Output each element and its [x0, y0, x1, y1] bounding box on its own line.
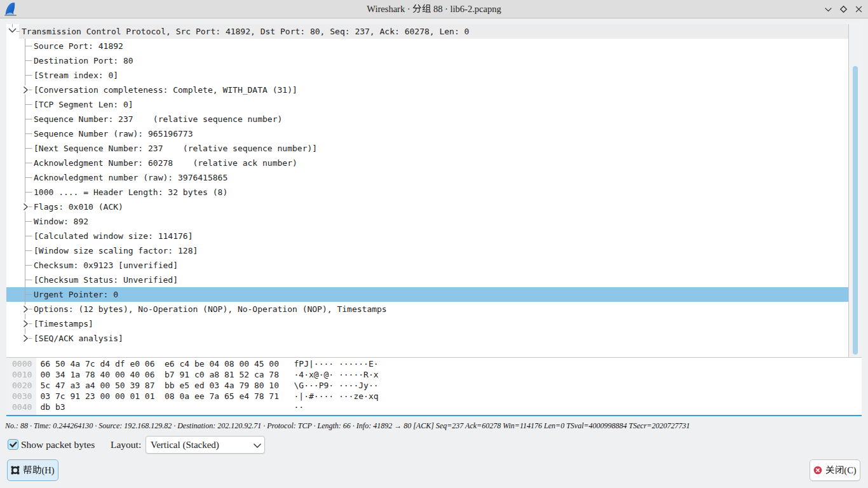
layout-select-value: Vertical (Stacked) [151, 437, 219, 453]
hex-ascii: ·4·x@·@· ·····R·x [294, 369, 379, 380]
tree-guide-lines [6, 24, 849, 357]
help-buoy-icon [11, 466, 20, 475]
focus-underline [6, 415, 862, 416]
cjk-glyph [23, 465, 32, 475]
hex-offset: 0010 [12, 369, 32, 380]
cjk-glyph [422, 4, 431, 13]
tree-scrollbar-thumb[interactable] [853, 66, 858, 355]
layout-select[interactable]: Vertical (Stacked) [146, 436, 265, 454]
tree-scrollbar-track[interactable] [849, 24, 862, 357]
button-content: (C) [810, 460, 860, 480]
hex-offset: 0030 [12, 391, 32, 402]
close-button-label: (C) [825, 465, 856, 476]
maximize-button[interactable] [839, 5, 848, 13]
layout-label: Layout: [111, 438, 141, 451]
hex-hex2: 08 0a ee 7a 65 e4 78 71 [165, 391, 279, 402]
chevron-down-icon [253, 441, 262, 450]
close-x-icon [855, 5, 863, 13]
cjk-glyph [32, 465, 42, 475]
close-button[interactable]: (C) [810, 459, 860, 481]
close-dialog-icon [813, 466, 822, 475]
cjk-glyph [825, 465, 835, 475]
hex-ascii: ·|·#···· ···ze·xq [294, 391, 379, 402]
help-button[interactable]: (H) [7, 459, 58, 481]
hex-hex2: b7 91 c0 a8 81 52 ca 78 [165, 369, 279, 380]
hex-hex1: 03 7c 91 23 00 00 01 01 [41, 391, 155, 402]
hex-hex1: db b3 [41, 402, 65, 412]
hex-hex1: 5c 47 a3 a4 00 50 39 87 [41, 380, 155, 391]
hex-ascii: fPJ|···· ······E· [294, 358, 379, 369]
hex-row[interactable]: 0040db b3·· [6, 402, 862, 412]
hex-ascii: ·· [294, 402, 304, 412]
packet-summary-status: No.: 88 · Time: 0.244264130 · Source: 19… [5, 421, 863, 431]
hex-row[interactable]: 00205c 47 a3 a4 00 50 39 87bb e5 ed 03 4… [6, 380, 862, 391]
close-window-button[interactable] [855, 5, 863, 13]
hex-hex1: 66 50 4a 7c d4 df e0 06 [41, 358, 155, 369]
button-content: (H) [8, 460, 58, 480]
hex-row[interactable]: 003003 7c 91 23 00 00 01 0108 0a ee 7a 6… [6, 391, 862, 402]
show-packet-bytes-label[interactable]: Show packet bytes [21, 438, 95, 451]
hex-ascii: \G···P9· ····Jy·· [294, 380, 379, 391]
hex-offset: 0040 [12, 402, 32, 412]
diamond-maximize-icon [839, 5, 848, 13]
window-title: Wireshark · 88 · lib6-2.pcapng [0, 0, 868, 18]
cjk-glyph [412, 4, 422, 13]
hex-row[interactable]: 001000 34 1a 78 40 00 40 06b7 91 c0 a8 8… [6, 369, 862, 380]
title-bar: Wireshark · 88 · lib6-2.pcapng [0, 0, 868, 18]
hex-hex2: e6 c4 be 04 08 00 45 00 [165, 358, 279, 369]
hex-hex1: 00 34 1a 78 40 00 40 06 [41, 369, 155, 380]
hex-row[interactable]: 000066 50 4a 7c d4 df e0 06e6 c4 be 04 0… [6, 358, 862, 369]
checkmark-icon [9, 440, 18, 449]
packet-bytes-pane: 000066 50 4a 7c d4 df e0 06e6 c4 be 04 0… [6, 358, 862, 415]
help-button-label: (H) [23, 465, 54, 476]
hex-offset: 0020 [12, 380, 32, 391]
hex-hex2: bb e5 ed 03 4a 79 80 10 [165, 380, 279, 391]
cjk-glyph [835, 465, 844, 475]
show-packet-bytes-checkbox[interactable] [8, 439, 18, 450]
chevron-down-icon [824, 5, 832, 13]
minimize-button[interactable] [824, 5, 832, 13]
hex-offset: 0000 [12, 358, 32, 369]
